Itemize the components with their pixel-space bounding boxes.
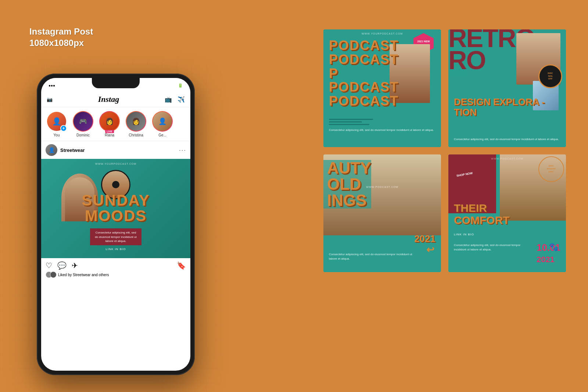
instagram-icons: 📺 ✈️ bbox=[165, 96, 185, 103]
post-user: 👤 Streetwear bbox=[46, 144, 85, 156]
liked-by: Liked by Streetwear and others bbox=[41, 271, 190, 280]
card-their-comfort: DISC50%OFFDISC SHOP NOW WWW.PODCAST.COM … bbox=[448, 154, 566, 272]
share-icon[interactable]: ✈ bbox=[72, 261, 78, 270]
comment-icon[interactable]: 💬 bbox=[57, 261, 67, 270]
story-riana[interactable]: 👩 LIVE Riana bbox=[98, 111, 121, 137]
post-username: Streetwear bbox=[60, 147, 85, 153]
phone-notch bbox=[92, 78, 140, 88]
story-label-christina: Christina bbox=[129, 133, 143, 137]
page-title: Instagram Post 1080x1080px bbox=[29, 26, 93, 49]
card-beauty: AUTY OLD INGS 2021 ↩ WWW.PODCAST.COM Con… bbox=[323, 154, 441, 272]
story-dominic[interactable]: 🎮 Dominic bbox=[72, 111, 94, 137]
card4-description: Consectetur adipiscing elit, sed do eius… bbox=[454, 240, 522, 252]
post-image: WWW.YOURPODCAST.COM SUNDAY MOODS bbox=[41, 159, 190, 258]
instagram-logo: Instag bbox=[98, 95, 119, 104]
story-label-riana: Riana bbox=[105, 133, 114, 137]
story-christina[interactable]: 👩 Christina bbox=[125, 111, 147, 137]
card2-title: DESIGN EXPLORA - TION bbox=[454, 97, 566, 118]
sunday-text-line2: MOODS bbox=[82, 208, 150, 224]
post-website: WWW.YOURPODCAST.COM bbox=[95, 163, 136, 165]
card4-link: LINK IN BIO bbox=[454, 233, 474, 236]
story-label-dominic: Dominic bbox=[76, 133, 90, 137]
bookmark-icon[interactable]: 🔖 bbox=[177, 261, 186, 270]
card4-website: WWW.PODCAST.COM bbox=[491, 157, 523, 160]
phone-screen: ●●● 9:41 🔋 📷 Instag 📺 ✈️ 👤 + bbox=[41, 78, 190, 371]
post-description: Consectetur adipiscing elit, sed do eius… bbox=[90, 228, 141, 245]
story-label-ge: Ge... bbox=[158, 133, 166, 137]
story-you[interactable]: 👤 + You bbox=[46, 111, 68, 137]
phone-mockup: ●●● 9:41 🔋 📷 Instag 📺 ✈️ 👤 + bbox=[37, 74, 195, 375]
card-podcast: 2021 NEW ARTICLE PODCAST PODCAST P PODCA… bbox=[323, 29, 441, 147]
add-story-btn[interactable]: + bbox=[60, 125, 67, 132]
post-header: 👤 Streetwear ⋯ bbox=[41, 141, 190, 159]
live-badge: LIVE bbox=[105, 130, 114, 133]
card1-description: Consectetur adipiscing elit, sed do eius… bbox=[329, 128, 435, 132]
sunday-text-line1: SUNDAY bbox=[82, 193, 150, 208]
post-actions: ♡ 💬 ✈ 🔖 bbox=[41, 258, 190, 271]
card1-website: WWW.YOURPODCAST.COM bbox=[362, 32, 403, 35]
post-link-in-bio: LINK IN BIO bbox=[105, 247, 126, 251]
liked-by-text: Liked by Streetwear and others bbox=[58, 273, 109, 277]
card-retro-design: RETRORO DISC50%OFF DESIGN EXPLORA - TION… bbox=[448, 29, 566, 147]
card3-year: 2021 bbox=[414, 233, 435, 245]
story-label-you: You bbox=[54, 133, 60, 137]
card2-description: Consectetur adipiscing elit, sed do eius… bbox=[454, 134, 560, 142]
more-options[interactable]: ⋯ bbox=[179, 146, 186, 154]
cards-grid: 2021 NEW ARTICLE PODCAST PODCAST P PODCA… bbox=[323, 29, 566, 272]
action-icons[interactable]: ♡ 💬 ✈ bbox=[46, 261, 78, 270]
story-ge[interactable]: 👤 Ge... bbox=[151, 111, 173, 137]
stories-row[interactable]: 👤 + You 🎮 Dominic bbox=[41, 107, 190, 141]
instagram-header: 📷 Instag 📺 ✈️ bbox=[41, 93, 190, 107]
like-icon[interactable]: ♡ bbox=[46, 261, 52, 270]
card3-description: Consectetur adipiscing elit, sed do eius… bbox=[329, 249, 421, 261]
paw-print-icon: 🐾 bbox=[549, 242, 559, 252]
card4-title: THEIRCOMFORT bbox=[454, 202, 510, 226]
card3-website: WWW.PODCAST.COM bbox=[366, 186, 398, 188]
